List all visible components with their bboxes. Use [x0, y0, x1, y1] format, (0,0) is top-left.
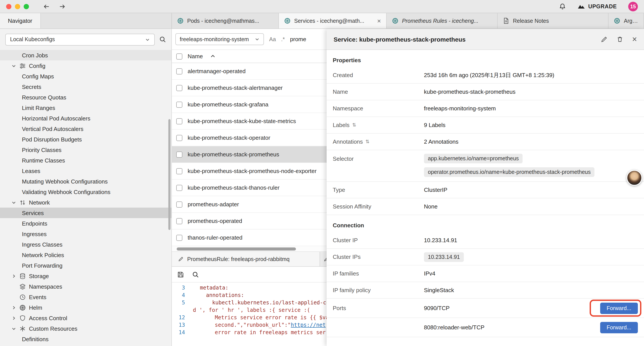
sidebar-item-validating-webhook-configurations[interactable]: Validating Webhook Configurations [0, 187, 172, 197]
sidebar-item-helm[interactable]: Helm [0, 302, 172, 313]
upgrade-icon [577, 3, 585, 9]
ip-families-label: IP families [333, 270, 359, 277]
tab-label: Pods - icecheng@mathmas... [187, 18, 259, 24]
edit-pencil-icon[interactable] [600, 36, 608, 43]
match-case-toggle[interactable]: Aa [269, 36, 276, 42]
name-column-header[interactable]: Name [188, 53, 203, 59]
code-text: d ', for ' hr ', labels :{ service :( [190, 307, 310, 314]
sidebar-item-horizontal-pod-autoscalers[interactable]: Horizontal Pod Autoscalers [0, 113, 172, 123]
sidebar-item-label: Ingresses [22, 231, 47, 237]
chevron-down-icon[interactable] [12, 326, 16, 331]
annotations-value[interactable]: 2 Annotations [424, 138, 458, 145]
row-checkbox[interactable] [176, 118, 182, 124]
row-checkbox[interactable] [176, 201, 182, 207]
port-link[interactable]: 8080:reloader-web/TCP [424, 324, 484, 331]
sidebar-item-priority-classes[interactable]: Priority Classes [0, 145, 172, 155]
sidebar-item-limit-ranges[interactable]: Limit Ranges [0, 102, 172, 113]
search-input[interactable]: prome [290, 36, 306, 42]
name-label: Name [333, 88, 348, 95]
chevron-down-icon[interactable] [12, 200, 16, 205]
forward-button[interactable]: Forward... [600, 303, 638, 314]
sidebar-item-pod-disruption-budgets[interactable]: Pod Disruption Budgets [0, 134, 172, 145]
content-area: Local Kubeconfigs Cron Jobs Config Confi… [0, 29, 644, 346]
chevron-right-icon[interactable] [12, 305, 16, 310]
tab-prometheus-rules[interactable]: Prometheus Rules - icecheng... [387, 13, 498, 28]
sidebar-item-resource-quotas[interactable]: Resource Quotas [0, 92, 172, 102]
maximize-window-button[interactable] [24, 4, 29, 9]
upgrade-button[interactable]: UPGRADE [577, 3, 617, 9]
sidebar-item-cron-jobs[interactable]: Cron Jobs [0, 50, 172, 60]
dock-tab-prometheusrule[interactable]: PrometheusRule: freeleaps-prod-rabbitmq [172, 252, 320, 266]
notification-count-badge[interactable]: 15 [628, 1, 638, 11]
labels-value[interactable]: 9 Labels [424, 122, 446, 128]
navigator-tab[interactable]: Navigator [0, 13, 40, 28]
drawer-header: Service: kube-prometheus-stack-prometheu… [326, 29, 644, 50]
kubernetes-icon [177, 17, 184, 24]
sidebar-item-access-control[interactable]: Access Control [0, 313, 172, 323]
row-checkbox[interactable] [176, 168, 182, 174]
chevron-right-icon[interactable] [12, 274, 16, 278]
close-window-button[interactable] [6, 4, 12, 9]
save-icon[interactable] [177, 271, 184, 278]
sidebar-item-runtime-classes[interactable]: Runtime Classes [0, 155, 172, 166]
chevron-right-icon[interactable] [12, 316, 16, 320]
sidebar-item-config-maps[interactable]: Config Maps [0, 71, 172, 81]
row-checkbox[interactable] [176, 135, 182, 141]
forward-button[interactable]: Forward... [600, 322, 638, 333]
delete-trash-icon[interactable] [616, 36, 624, 43]
namespace-link[interactable]: freeleaps-monitoring-system [424, 105, 496, 112]
notifications-bell-icon[interactable] [559, 3, 566, 10]
row-checkbox[interactable] [176, 151, 182, 157]
sidebar-item-ingress-classes[interactable]: Ingress Classes [0, 239, 172, 250]
row-checkbox[interactable] [176, 218, 182, 224]
close-drawer-icon[interactable]: × [632, 35, 637, 43]
kubeconfig-dropdown[interactable]: Local Kubeconfigs [5, 33, 155, 45]
sidebar-item-port-forwarding[interactable]: Port Forwarding [0, 260, 172, 271]
port-link[interactable]: 9090/TCP [424, 305, 450, 311]
sidebar-search-icon[interactable] [159, 36, 166, 43]
row-checkbox[interactable] [176, 85, 182, 91]
sidebar-item-endpoints[interactable]: Endpoints [0, 218, 172, 229]
tab-argo[interactable]: Argo Se [608, 13, 644, 28]
editor-search-icon[interactable] [192, 271, 199, 278]
sidebar-item-events[interactable]: Events [0, 292, 172, 302]
cluster-ip-label: Cluster IP [333, 237, 358, 244]
expand-toggle-icon[interactable]: ⇅ [352, 122, 356, 128]
namespace-filter-dropdown[interactable]: freeleaps-monitoring-system [175, 33, 264, 45]
sidebar-item-config[interactable]: Config [0, 60, 172, 71]
expand-toggle-icon[interactable]: ⇅ [366, 139, 369, 145]
sidebar-item-services[interactable]: Services [0, 208, 172, 218]
sidebar-item-secrets[interactable]: Secrets [0, 81, 172, 92]
row-checkbox[interactable] [176, 185, 182, 191]
back-icon[interactable] [43, 3, 50, 10]
sidebar-item-leases[interactable]: Leases [0, 166, 172, 176]
row-checkbox[interactable] [176, 101, 182, 107]
tab-pods[interactable]: Pods - icecheng@mathmas... [172, 13, 279, 28]
chevron-down-icon[interactable] [12, 63, 16, 68]
horizontal-scrollbar-thumb[interactable] [177, 248, 296, 251]
sidebar-item-definitions[interactable]: Definitions [0, 334, 172, 344]
select-all-checkbox[interactable] [176, 53, 182, 59]
close-tab-icon[interactable]: × [377, 17, 381, 24]
forward-icon[interactable] [59, 3, 66, 10]
sidebar-item-ingresses[interactable]: Ingresses [0, 229, 172, 239]
row-checkbox[interactable] [176, 235, 182, 241]
sidebar-item-custom-resources[interactable]: Custom Resources [0, 323, 172, 334]
user-avatar[interactable] [626, 170, 642, 186]
sidebar-item-namespaces[interactable]: Namespaces [0, 281, 172, 292]
sidebar-item-storage[interactable]: Storage [0, 271, 172, 281]
tab-release-notes[interactable]: Release Notes [498, 13, 608, 28]
sidebar-item-mutating-webhook-configurations[interactable]: Mutating Webhook Configurations [0, 176, 172, 187]
document-icon [503, 17, 510, 24]
sidebar-item-network-policies[interactable]: Network Policies [0, 250, 172, 260]
sort-asc-icon[interactable] [210, 53, 216, 59]
created-label: Created [333, 72, 353, 78]
tab-services[interactable]: Services - icecheng@math... × [279, 13, 387, 28]
regex-toggle[interactable]: .* [281, 36, 285, 42]
sidebar-item-label: Horizontal Pod Autoscalers [22, 115, 90, 122]
sidebar-item-vertical-pod-autoscalers[interactable]: Vertical Pod Autoscalers [0, 123, 172, 134]
sidebar-scrollbar[interactable] [168, 119, 170, 230]
minimize-window-button[interactable] [15, 4, 20, 9]
sidebar-item-network[interactable]: Network [0, 197, 172, 208]
row-checkbox[interactable] [176, 68, 182, 74]
